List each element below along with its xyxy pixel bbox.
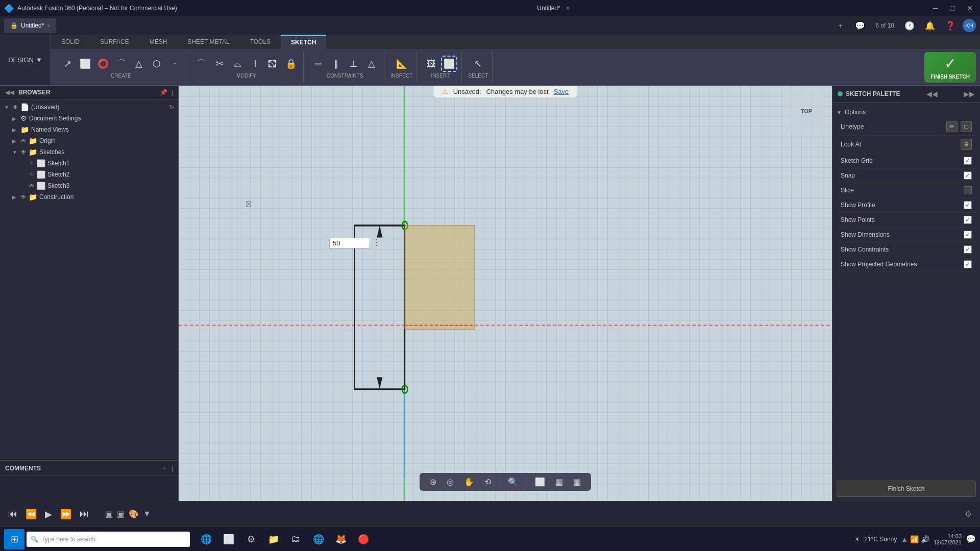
tree-item-sketch3[interactable]: ▶ 👁 ⬜ Sketch3 [0, 180, 178, 191]
tab-sheet-metal[interactable]: SHEET METAL [177, 35, 239, 49]
fillet-tool[interactable]: ⌒ [193, 56, 210, 72]
show-projected-checkbox[interactable] [964, 260, 972, 268]
tab-surface[interactable]: SURFACE [90, 35, 139, 49]
anim-track-3[interactable]: 🎨 [129, 509, 139, 519]
taskbar-search[interactable]: 🔍 Type here to search [27, 532, 190, 547]
extend-tool[interactable]: ⌓ [229, 56, 246, 72]
document-tab[interactable]: 🔒 Untitled* × [4, 18, 56, 33]
triangle-tool[interactable]: △ [131, 56, 147, 72]
eye-icon-visible[interactable]: 👁 [29, 182, 35, 189]
show-dimensions-checkbox[interactable] [964, 231, 972, 239]
help-icon[interactable]: ❓ [942, 20, 959, 32]
palette-expand-icon[interactable]: ▶▶ [964, 90, 975, 98]
tab-sketch[interactable]: SKETCH [281, 35, 326, 49]
bell-icon[interactable]: 🔔 [922, 20, 938, 32]
system-clock[interactable]: 14:03 12/07/2021 [934, 533, 962, 545]
tab-solid[interactable]: SOLID [51, 35, 90, 49]
select-mode-icon[interactable]: ⊕ [428, 475, 438, 489]
finish-sketch-button[interactable]: ✓ FINISH SKETCH [924, 52, 976, 83]
tab-close[interactable]: × [47, 23, 50, 29]
start-button[interactable]: ⊞ [4, 529, 24, 549]
settings-icon[interactable]: ⚙ [241, 529, 261, 549]
tree-item-sketches[interactable]: ▼ 👁 📁 Sketches [0, 146, 178, 158]
eye-icon-hidden[interactable]: 👁 [29, 171, 35, 178]
insert-dxf[interactable]: ⬜ [441, 56, 457, 72]
linetype-icon-2[interactable]: □ [961, 121, 972, 132]
point-tool[interactable]: ⬞ [166, 56, 183, 72]
anim-track-dropdown[interactable]: ▼ [143, 509, 151, 519]
tab-mesh[interactable]: MESH [139, 35, 178, 49]
arc-tool[interactable]: ⌒ [113, 56, 129, 72]
eye-icon[interactable]: 👁 [12, 104, 18, 111]
tree-item-unsaved[interactable]: ▼ 👁 📄 (Unsaved) ↻ [0, 102, 178, 113]
cortana-icon[interactable]: 🌐 [196, 529, 216, 549]
panel-pin-icon[interactable]: 📌 [160, 89, 167, 96]
anim-first-button[interactable]: ⏮ [8, 509, 17, 519]
anim-settings-icon[interactable]: ⚙ [965, 509, 972, 519]
show-profile-checkbox[interactable] [964, 201, 972, 209]
parallel-constraint[interactable]: ∥ [328, 56, 344, 72]
anim-last-button[interactable]: ⏭ [80, 509, 89, 519]
sketch-grid-checkbox[interactable] [964, 157, 972, 165]
eye-icon-hidden[interactable]: 👁 [29, 160, 35, 167]
tree-item-construction[interactable]: ▶ 👁 📁 Construction [0, 191, 178, 203]
anim-next-button[interactable]: ⏩ [60, 509, 71, 520]
grid-mode-icon[interactable]: ▦ [553, 475, 565, 489]
line-tool[interactable]: ↗ [59, 56, 76, 72]
measure-tool[interactable]: 📐 [394, 56, 410, 72]
anim-track-2[interactable]: ▣ [117, 509, 125, 519]
trim-tool[interactable]: ✂ [211, 56, 228, 72]
eye-icon[interactable]: 👁 [20, 137, 27, 144]
dimension-options-icon[interactable]: ⋮ [373, 238, 381, 247]
anim-prev-button[interactable]: ⏪ [26, 509, 37, 520]
circle-tool[interactable]: ⭕ [95, 56, 111, 72]
tree-item-origin[interactable]: ▶ 👁 📁 Origin [0, 135, 178, 146]
anim-track-1[interactable]: ▣ [105, 509, 113, 519]
tree-item-named-views[interactable]: ▶ 📁 Named Views [0, 124, 178, 135]
finish-sketch-palette-button[interactable]: Finish Sketch [837, 481, 976, 497]
file-explorer-icon[interactable]: 📁 [263, 529, 284, 549]
store-icon[interactable]: 🗂 [286, 529, 306, 549]
zoom-icon[interactable]: 🔍 [506, 475, 520, 489]
save-link[interactable]: Save [554, 88, 569, 95]
view-mode-icon[interactable]: ⬜ [533, 475, 547, 489]
tree-item-sketch2[interactable]: ▶ 👁 ⬜ Sketch2 [0, 169, 178, 180]
tree-item-sketch1[interactable]: ▶ 👁 ⬜ Sketch1 [0, 158, 178, 169]
show-points-checkbox[interactable] [964, 216, 972, 224]
canvas-area[interactable]: ⚠ Unsaved: Changes may be lost Save TOP [179, 86, 832, 501]
snap-icon[interactable]: ◎ [445, 475, 456, 489]
rectangle-tool[interactable]: ⬜ [77, 56, 93, 72]
edge-icon[interactable]: 🌐 [308, 529, 329, 549]
anim-play-button[interactable]: ▶ [45, 509, 52, 520]
orbit-icon[interactable]: ⟲ [482, 475, 493, 489]
chrome-icon[interactable]: 🦊 [331, 529, 351, 549]
polygon-tool[interactable]: ⬡ [149, 56, 165, 72]
user-avatar[interactable]: KH [963, 19, 976, 32]
tangent-constraint[interactable]: △ [363, 56, 380, 72]
dimension-input[interactable] [329, 238, 370, 248]
options-section-header[interactable]: ▼ Options [837, 107, 976, 118]
panel-left-arrow[interactable]: ◀◀ [5, 89, 14, 96]
tab-close-icon[interactable]: × [566, 5, 570, 12]
task-view-icon[interactable]: ⬜ [218, 529, 239, 549]
nav-cube[interactable]: TOP [786, 91, 827, 132]
snap-checkbox[interactable] [964, 171, 972, 180]
panel-expand-icon[interactable]: | [172, 89, 173, 96]
close-button[interactable]: ✕ [964, 3, 976, 13]
fusion-icon[interactable]: 🔴 [353, 529, 374, 549]
tab-tools[interactable]: TOOLS [240, 35, 281, 49]
perpendicular-constraint[interactable]: ⊥ [346, 56, 362, 72]
select-tool[interactable]: ↖ [470, 56, 486, 72]
minimize-button[interactable]: ─ [930, 3, 941, 13]
display-mode-icon[interactable]: ▦ [571, 475, 583, 489]
notification-icon[interactable]: 💬 [966, 534, 976, 544]
palette-collapse-icon[interactable]: ◀◀ [926, 90, 938, 98]
show-constraints-checkbox[interactable] [964, 245, 972, 254]
add-comment-icon[interactable]: ＋ [161, 464, 167, 472]
linetype-icon-1[interactable]: ✏ [946, 121, 958, 132]
horizontal-constraint[interactable]: ═ [310, 56, 326, 72]
comments-expand-icon[interactable]: | [172, 465, 173, 472]
mirror-tool[interactable]: ⛞ [265, 56, 281, 72]
look-at-icon[interactable]: 🖥 [961, 139, 972, 150]
tree-item-doc-settings[interactable]: ▶ ⚙ Document Settings [0, 113, 178, 124]
